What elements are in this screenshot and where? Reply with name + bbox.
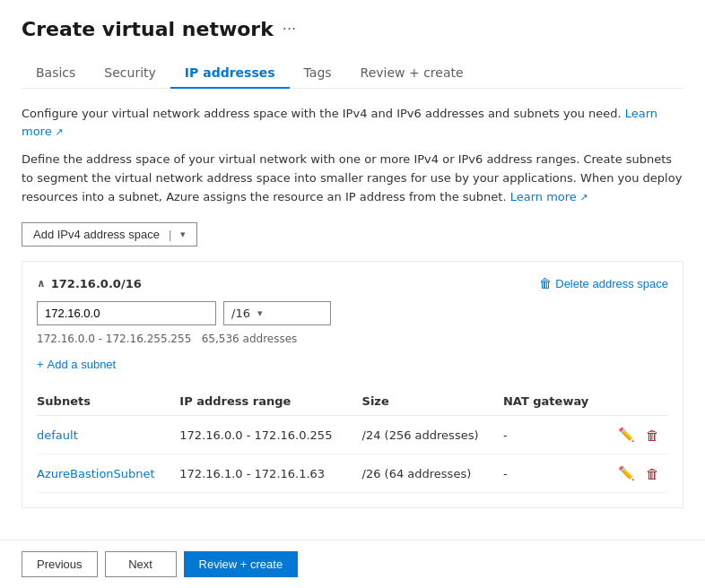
col-size: Size bbox=[362, 387, 503, 416]
delete-subnet-default-button[interactable]: 🗑 bbox=[644, 426, 661, 445]
subnet-size-bastion: /26 (64 addresses) bbox=[362, 454, 503, 493]
edit-subnet-default-button[interactable]: ✏️ bbox=[616, 425, 637, 445]
add-subnet-label: Add a subnet bbox=[48, 358, 117, 371]
edit-subnet-bastion-button[interactable]: ✏️ bbox=[616, 463, 637, 483]
tabs-nav: Basics Security IP addresses Tags Review… bbox=[22, 58, 683, 89]
address-range: 172.16.0.0 - 172.16.255.255 65,536 addre… bbox=[37, 333, 668, 345]
subnet-size-default: /24 (256 addresses) bbox=[362, 416, 503, 454]
delete-subnet-bastion-button[interactable]: 🗑 bbox=[644, 464, 661, 483]
tab-basics[interactable]: Basics bbox=[22, 58, 90, 89]
tab-ip-addresses[interactable]: IP addresses bbox=[170, 58, 290, 89]
chevron-down-icon: ▾ bbox=[180, 229, 186, 240]
plus-icon: + bbox=[37, 358, 44, 371]
table-row: default 172.16.0.0 - 172.16.0.255 /24 (2… bbox=[37, 416, 668, 454]
collapse-icon[interactable]: ∧ bbox=[37, 277, 46, 290]
ip-address-input[interactable] bbox=[37, 301, 216, 325]
page-title: Create virtual network bbox=[22, 18, 274, 40]
previous-button[interactable]: Previous bbox=[22, 551, 98, 577]
description-2: Define the address space of your virtual… bbox=[22, 151, 683, 206]
delete-address-space-button[interactable]: 🗑 Delete address space bbox=[539, 276, 668, 290]
add-ipv4-label: Add IPv4 address space bbox=[33, 228, 160, 241]
subnet-nat-default: - bbox=[503, 416, 609, 454]
review-create-button[interactable]: Review + create bbox=[184, 551, 299, 577]
subnet-nat-bastion: - bbox=[503, 454, 609, 493]
tab-security[interactable]: Security bbox=[90, 58, 170, 89]
tab-tags[interactable]: Tags bbox=[290, 58, 346, 89]
col-subnets: Subnets bbox=[37, 387, 179, 416]
cidr-value: /16 bbox=[231, 307, 250, 320]
footer-bar: Previous Next Review + create bbox=[0, 540, 705, 588]
delete-address-label: Delete address space bbox=[555, 277, 668, 290]
table-row: AzureBastionSubnet 172.16.1.0 - 172.16.1… bbox=[37, 454, 668, 493]
address-space-label: 172.16.0.0/16 bbox=[51, 277, 142, 290]
subnet-name-default[interactable]: default bbox=[37, 428, 78, 442]
divider: | bbox=[169, 228, 171, 241]
trash-icon: 🗑 bbox=[539, 276, 552, 290]
col-actions bbox=[609, 387, 668, 416]
description-1: Configure your virtual network address s… bbox=[22, 105, 683, 140]
next-button[interactable]: Next bbox=[105, 551, 177, 577]
subnet-actions-bastion: ✏️ 🗑 bbox=[609, 463, 661, 483]
col-nat: NAT gateway bbox=[503, 387, 609, 416]
more-options-icon[interactable]: ··· bbox=[283, 21, 296, 38]
learn-more-link-2[interactable]: Learn more bbox=[510, 190, 588, 203]
subnet-name-bastion[interactable]: AzureBastionSubnet bbox=[37, 467, 155, 480]
address-space-container: ∧ 172.16.0.0/16 🗑 Delete address space /… bbox=[22, 261, 683, 508]
subnet-actions-default: ✏️ 🗑 bbox=[609, 425, 661, 445]
add-ipv4-button[interactable]: Add IPv4 address space | ▾ bbox=[22, 222, 197, 246]
subnets-table: Subnets IP address range Size NAT gatewa… bbox=[37, 387, 668, 493]
subnet-ip-range-bastion: 172.16.1.0 - 172.16.1.63 bbox=[179, 454, 361, 493]
tab-review-create[interactable]: Review + create bbox=[346, 58, 478, 89]
cidr-select[interactable]: /16 ▾ bbox=[223, 301, 331, 325]
address-input-row: /16 ▾ bbox=[37, 301, 668, 325]
col-ip-range: IP address range bbox=[179, 387, 361, 416]
chevron-down-icon: ▾ bbox=[257, 307, 263, 319]
add-subnet-button[interactable]: + Add a subnet bbox=[37, 358, 116, 371]
subnet-ip-range-default: 172.16.0.0 - 172.16.0.255 bbox=[179, 416, 361, 454]
